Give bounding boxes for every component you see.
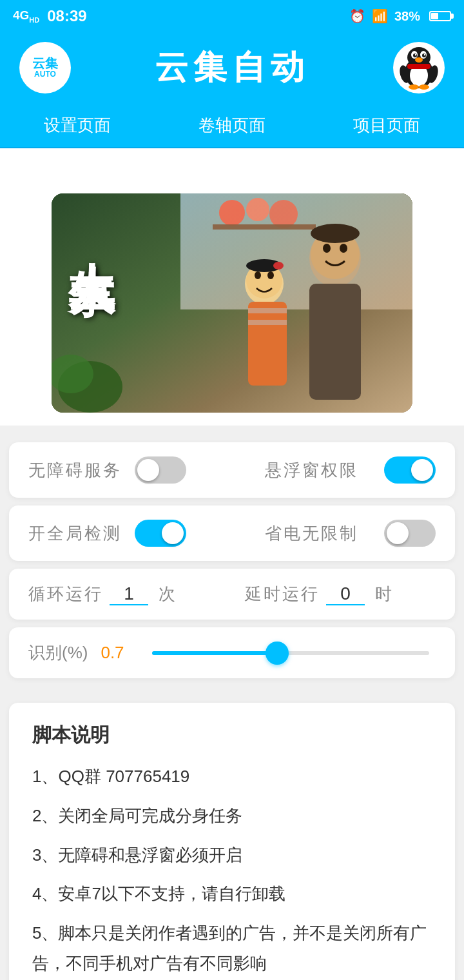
- svg-point-12: [419, 84, 429, 90]
- svg-rect-24: [248, 302, 287, 386]
- note-item-4: 4、安卓7以下不支持，请自行卸载: [32, 879, 432, 909]
- svg-point-11: [409, 84, 419, 90]
- app-header: 云集 AUTO 云集自动: [0, 32, 464, 103]
- poster-title: 人生大事: [71, 226, 113, 236]
- logo-text-top: 云集: [32, 56, 58, 70]
- svg-rect-10: [407, 64, 430, 69]
- svg-point-30: [311, 224, 360, 243]
- battery-icon: [429, 11, 451, 21]
- svg-point-28: [323, 244, 331, 253]
- float-window-toggle[interactable]: [384, 456, 436, 484]
- movie-poster: 人生大事: [52, 193, 412, 413]
- slider-track[interactable]: [152, 651, 429, 655]
- delay-group: 延时运行 时: [245, 583, 436, 605]
- alarm-icon: ⏰: [349, 8, 365, 24]
- nav-tabs: 设置页面 卷轴页面 项目页面: [0, 103, 464, 148]
- tab-project[interactable]: 项目页面: [340, 108, 433, 143]
- svg-point-7: [415, 54, 416, 55]
- qq-avatar[interactable]: [393, 42, 445, 93]
- control-row-2: 开全局检测 省电无限制: [9, 505, 455, 561]
- battery-percent: 38%: [394, 9, 420, 24]
- status-time: 08:39: [47, 7, 86, 25]
- power-save-toggle[interactable]: [384, 520, 436, 547]
- svg-point-8: [424, 54, 425, 55]
- app-title: 云集自动: [71, 45, 393, 90]
- slider-row: 识别(%) 0.7: [9, 627, 455, 678]
- delay-unit: 时: [375, 583, 392, 605]
- svg-point-18: [246, 198, 269, 221]
- control-item-power-save: 省电无限制: [232, 520, 436, 547]
- svg-point-29: [340, 244, 347, 253]
- control-item-float-window: 悬浮窗权限: [232, 456, 436, 484]
- app-logo: 云集 AUTO: [19, 42, 71, 93]
- note-item-3: 3、无障碍和悬浮窗必须开启: [32, 840, 432, 870]
- svg-rect-20: [213, 224, 316, 230]
- slider-fill: [152, 651, 276, 655]
- input-row-loop-delay: 循环运行 次 延时运行 时: [9, 569, 455, 620]
- svg-point-19: [269, 200, 298, 228]
- notes-section: 脚本说明 1、QQ群 707765419 2、关闭全局可完成分身任务 3、无障碍…: [9, 703, 455, 980]
- svg-point-5: [413, 54, 417, 57]
- loop-label: 循环运行: [28, 583, 103, 605]
- signal-icon: 4GHD: [13, 8, 39, 24]
- delay-value-input[interactable]: [326, 583, 365, 605]
- status-bar: 4GHD 08:39 ⏰ 📶 38%: [0, 0, 464, 32]
- delay-label: 延时运行: [245, 583, 320, 605]
- notes-title: 脚本说明: [32, 722, 432, 749]
- control-row-1: 无障碍服务 悬浮窗权限: [9, 442, 455, 498]
- notice-text: 免费，且仅用于技术交流，本人不承担任何法律责任。请注意本软件免费，且仅用于技术交…: [0, 155, 464, 174]
- accessibility-toggle[interactable]: [135, 456, 186, 484]
- logo-text-bottom: AUTO: [32, 70, 58, 79]
- tab-scroll[interactable]: 卷轴页面: [186, 108, 278, 143]
- svg-point-9: [415, 57, 423, 63]
- note-item-5: 5、脚本只是关闭作者遇到的广告，并不是关闭所有广告，不同手机对广告有不同影响: [32, 918, 432, 979]
- loop-unit: 次: [159, 583, 175, 605]
- power-save-label: 省电无限制: [265, 522, 358, 545]
- accessibility-label: 无障碍服务: [28, 459, 122, 482]
- svg-point-6: [422, 54, 426, 57]
- global-detect-label: 开全局检测: [28, 522, 122, 545]
- svg-point-17: [219, 200, 245, 226]
- wifi-icon: 📶: [372, 8, 388, 24]
- status-right: ⏰ 📶 38%: [349, 8, 451, 24]
- loop-group: 循环运行 次: [28, 583, 219, 605]
- svg-point-32: [255, 271, 261, 279]
- svg-rect-25: [248, 308, 287, 313]
- control-item-accessibility: 无障碍服务: [28, 456, 232, 484]
- slider-label: 识别(%): [28, 642, 88, 664]
- global-detect-toggle[interactable]: [135, 520, 186, 547]
- qq-penguin-icon: [400, 46, 438, 90]
- notice-bar: 免费，且仅用于技术交流，本人不承担任何法律责任。请注意本软件免费，且仅用于技术交…: [0, 148, 464, 181]
- tab-settings[interactable]: 设置页面: [31, 108, 124, 143]
- slider-value: 0.7: [101, 643, 133, 663]
- poster-container: 人生大事: [0, 181, 464, 426]
- note-item-1: 1、QQ群 707765419: [32, 761, 432, 792]
- control-item-global-detect: 开全局检测: [28, 520, 232, 547]
- float-window-label: 悬浮窗权限: [265, 459, 358, 482]
- slider-thumb[interactable]: [266, 642, 289, 665]
- status-left: 4GHD 08:39: [13, 7, 87, 25]
- svg-point-33: [267, 271, 274, 279]
- svg-point-35: [273, 262, 284, 270]
- svg-rect-26: [248, 320, 287, 325]
- loop-value-input[interactable]: [110, 583, 148, 605]
- svg-rect-22: [309, 284, 361, 400]
- note-item-2: 2、关闭全局可完成分身任务: [32, 801, 432, 831]
